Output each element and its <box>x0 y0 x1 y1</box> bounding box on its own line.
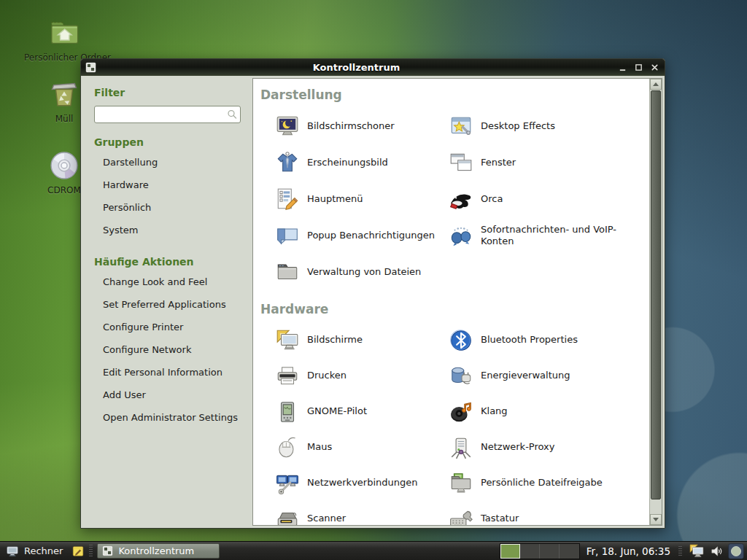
launcher-tastatur[interactable]: Tastatur <box>449 501 649 525</box>
trash-icon <box>47 77 81 111</box>
file-sharing-icon <box>449 471 473 496</box>
launcher-drucken[interactable]: Drucken <box>275 358 449 394</box>
workspace-3[interactable] <box>540 544 560 559</box>
action-configure-printer[interactable]: Configure Printer <box>94 316 241 338</box>
taskbar-window-label: Kontrollzentrum <box>118 545 194 556</box>
printer-icon <box>275 364 300 389</box>
launcher-area: DarstellungBildschirmschonerDesktop Effe… <box>253 79 649 525</box>
launcher-verwaltung-von-dateien[interactable]: Verwaltung von Dateien <box>275 254 449 290</box>
maximize-icon[interactable] <box>632 63 644 73</box>
launcher-erscheinungsbild[interactable]: Erscheinungsbild <box>275 144 449 181</box>
launcher-maus[interactable]: Maus <box>275 429 449 465</box>
sound-icon <box>449 400 473 424</box>
scanner-icon <box>275 507 300 526</box>
desktop-effects-icon <box>449 114 473 139</box>
home-folder-icon <box>47 16 81 50</box>
launcher-label: Orca <box>481 193 503 205</box>
screensaver-icon <box>275 114 300 139</box>
launcher-netzwerk-proxy[interactable]: Netzwerk-Proxy <box>449 429 649 465</box>
computer-icon <box>6 545 19 558</box>
launcher-hauptmen[interactable]: Hauptmenü <box>275 181 449 217</box>
action-set-preferred-applications[interactable]: Set Preferred Applications <box>94 293 241 316</box>
taskbar-window-button[interactable]: Kontrollzentrum <box>97 543 220 559</box>
workspace-4[interactable] <box>560 544 579 559</box>
launcher-netzwerkverbindungen[interactable]: Netzwerkverbindungen <box>275 465 449 501</box>
workspace-2[interactable] <box>520 544 540 559</box>
taskbar: Rechner Kontrollzentrum Fr, 18. Jun, 06:… <box>0 541 747 560</box>
scroll-down-icon[interactable] <box>650 514 662 525</box>
launcher-bildschirme[interactable]: Bildschirme <box>275 322 449 358</box>
workspace-1[interactable] <box>500 544 520 559</box>
action-add-user[interactable]: Add User <box>94 384 241 406</box>
launcher-label: Fenster <box>481 157 516 168</box>
launcher-label: Persönliche Dateifreigabe <box>481 477 603 489</box>
display-tray-icon[interactable] <box>689 543 705 559</box>
action-open-administrator-settings[interactable]: Open Administrator Settings <box>94 406 241 429</box>
minimize-icon[interactable] <box>616 63 628 73</box>
launcher-label: Scanner <box>307 513 346 524</box>
launcher-label: Bildschirme <box>307 334 363 346</box>
cdrom-icon <box>47 149 81 182</box>
section-header-darstellung: Darstellung <box>260 88 649 102</box>
launcher-fenster[interactable]: Fenster <box>449 144 649 181</box>
launcher-label: Erscheinungsbild <box>307 157 388 168</box>
group-system[interactable]: System <box>94 219 241 241</box>
launcher-label: Maus <box>307 441 332 453</box>
im-voip-icon <box>449 223 473 248</box>
group-darstellung[interactable]: Darstellung <box>94 151 241 174</box>
network-connections-icon <box>275 471 300 496</box>
scrollbar-thumb[interactable] <box>651 90 661 499</box>
action-edit-personal-information[interactable]: Edit Personal Information <box>94 361 241 384</box>
action-change-look-and-feel[interactable]: Change Look and Feel <box>94 271 241 293</box>
desktop: Persönlicher OrdnerMüllCDROM Kontrollzen… <box>0 0 747 560</box>
popup-notifications-icon <box>275 223 300 248</box>
scrollbar-track[interactable] <box>650 90 662 514</box>
notes-applet-icon[interactable] <box>71 545 85 558</box>
orca-icon <box>449 187 473 211</box>
close-icon[interactable] <box>649 63 660 73</box>
tray-grip <box>678 546 682 556</box>
launcher-desktop-effects[interactable]: Desktop Effects <box>449 108 649 144</box>
launcher-energieverwaltung[interactable]: Energieverwaltung <box>449 358 649 394</box>
session-icon[interactable] <box>728 543 744 559</box>
desktop-icon-pers-nlicher-ordner[interactable]: Persönlicher Ordner <box>24 16 104 63</box>
volume-icon[interactable] <box>710 545 723 558</box>
launcher-label: Netzwerk-Proxy <box>481 441 554 453</box>
launcher-bildschirmschoner[interactable]: Bildschirmschoner <box>275 108 449 144</box>
mouse-icon <box>275 435 300 460</box>
launcher-label: Netzwerkverbindungen <box>307 477 418 489</box>
rechner-menu-button[interactable]: Rechner <box>3 544 69 559</box>
launcher-gnome-pilot[interactable]: GNOME-Pilot <box>275 394 449 429</box>
launcher-orca[interactable]: Orca <box>449 181 649 217</box>
action-configure-network[interactable]: Configure Network <box>94 338 241 361</box>
launcher-pers-nliche-dateifreigabe[interactable]: Persönliche Dateifreigabe <box>449 465 649 501</box>
launcher-bluetooth-properties[interactable]: Bluetooth Properties <box>449 322 649 358</box>
control-center-window: Kontrollzentrum Filter Gruppen Darstellu… <box>80 58 665 529</box>
launcher-label: Bildschirmschoner <box>307 120 395 132</box>
launcher-klang[interactable]: Klang <box>449 394 649 429</box>
group-pers-nlich[interactable]: Persönlich <box>94 196 241 219</box>
launcher-popup-benachrichtigungen[interactable]: Popup Benachrichtigungen <box>275 217 449 254</box>
scroll-up-icon[interactable] <box>650 79 662 90</box>
clock[interactable]: Fr, 18. Jun, 06:35 <box>585 545 672 557</box>
displays-icon <box>275 328 300 353</box>
workspace-switcher[interactable] <box>500 543 580 559</box>
launcher-scanner[interactable]: Scanner <box>275 501 449 525</box>
launcher-label: Desktop Effects <box>481 120 555 132</box>
desktop-icon-label: CDROM <box>47 185 81 195</box>
window-titlebar[interactable]: Kontrollzentrum <box>81 59 665 76</box>
groups-heading: Gruppen <box>94 136 241 148</box>
appearance-icon <box>275 150 300 175</box>
rechner-menu-label: Rechner <box>24 545 63 556</box>
network-proxy-icon <box>449 435 473 460</box>
power-icon <box>449 364 473 389</box>
launcher-sofortnachrichten-und-voip-konten[interactable]: Sofortnachrichten- und VoIP-Konten <box>449 217 649 254</box>
launcher-label: Bluetooth Properties <box>481 334 578 346</box>
vertical-scrollbar[interactable] <box>649 79 662 525</box>
launcher-label: Popup Benachrichtigungen <box>307 230 435 241</box>
filter-input[interactable] <box>94 106 241 123</box>
group-hardware[interactable]: Hardware <box>94 174 241 196</box>
pda-icon <box>275 400 300 424</box>
windows-icon <box>449 150 473 175</box>
filter-searchbox <box>94 106 241 123</box>
